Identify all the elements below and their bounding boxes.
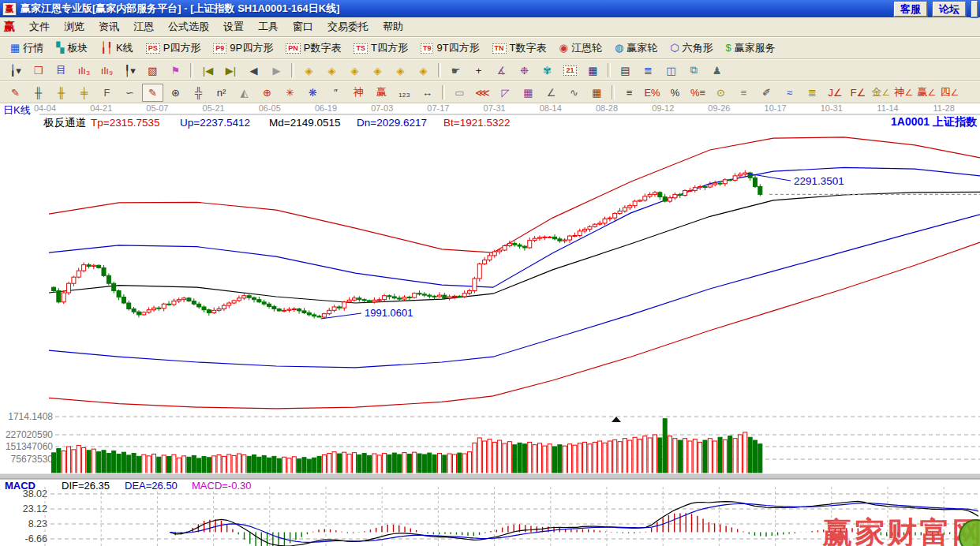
gold-line-tool[interactable]: ≡ [733, 84, 754, 102]
angle-fan-tool[interactable]: ∠ [540, 84, 562, 102]
export-button[interactable]: ⧉ [683, 62, 705, 80]
j-angle-tool[interactable]: J∠ [825, 84, 846, 102]
ruler-tool[interactable]: ₁₂₃ [394, 84, 415, 102]
hexagon-button[interactable]: ⬡六角形 [664, 39, 719, 57]
quotes-button[interactable]: ▦行情 [4, 39, 50, 57]
prev-bar-button[interactable]: ◀ [243, 62, 264, 80]
e-percent-tool[interactable]: E% [641, 84, 663, 102]
menu-item[interactable]: 资讯 [92, 17, 126, 36]
chart-style-dropdown[interactable]: ╽▾ [5, 62, 26, 80]
minutes-3-button[interactable]: ılı₃ [73, 62, 95, 80]
wave-tool[interactable]: ∿ [563, 84, 585, 102]
menu-item[interactable]: 公式选股 [161, 17, 216, 36]
cycle-circle-tool[interactable]: ⊛ [165, 84, 186, 102]
gann-wheel-button[interactable]: ◉江恩轮 [553, 39, 608, 57]
menu-item[interactable]: 江恩 [126, 17, 161, 36]
menu-item[interactable]: 交易委托 [320, 17, 376, 36]
remote-button[interactable]: ♟ [706, 62, 728, 80]
calendar-button[interactable]: 21 [559, 62, 581, 80]
si-angle-tool[interactable]: 四∠ [939, 84, 960, 102]
grid-dense-tool[interactable]: ▦ [586, 84, 608, 102]
p-table-button[interactable]: PNP数字表 [279, 39, 347, 57]
sectors-button[interactable]: ▚板块 [50, 39, 94, 57]
kline-button[interactable]: ╽╿K线 [94, 39, 139, 57]
menu-item[interactable]: 窗口 [286, 17, 320, 36]
forum-button[interactable]: 论坛 [933, 2, 966, 17]
percent3-tool[interactable]: %≡ [687, 84, 709, 102]
save-button[interactable]: ◫ [660, 62, 682, 80]
crosshair-button[interactable]: + [468, 62, 489, 80]
compass-tool[interactable]: ⊕ [256, 84, 278, 102]
winner-wheel-button[interactable]: ◍赢家轮 [608, 39, 664, 57]
gold-angle-tool[interactable]: 金∠ [870, 84, 892, 102]
gann-comb-tool[interactable]: ╫ [28, 84, 49, 102]
f10-info-button[interactable]: 目 [50, 62, 72, 80]
candle-style-dropdown[interactable]: ╿▾ [119, 62, 140, 80]
box-tool[interactable]: ▭ [449, 84, 470, 102]
quotes-button-icon: ▦ [10, 43, 20, 54]
pen-tool[interactable]: ✎ [5, 84, 26, 102]
angle-tool-button[interactable]: ∡ [491, 62, 512, 80]
menu-item[interactable]: 浏览 [57, 17, 92, 36]
menu-item[interactable]: 设置 [216, 17, 251, 36]
t-square-button[interactable]: TST四方形 [347, 39, 413, 57]
expand-h-button[interactable]: ◈ [344, 62, 365, 80]
mirror-tool[interactable]: ◭ [234, 84, 255, 102]
web-tool[interactable]: ✳ [279, 84, 301, 102]
pattern-window-button[interactable]: ❒ [28, 62, 49, 80]
window-edge-button[interactable] [971, 1, 978, 17]
chart-area[interactable]: 04-0404-2105-0705-2106-0506-1907-0307-17… [0, 103, 980, 546]
minutes-9-button[interactable]: ılı₉ [96, 62, 118, 80]
calculator-button[interactable]: ▦ [582, 62, 604, 80]
notes-button[interactable]: ≣ [638, 62, 659, 80]
p-square-button[interactable]: PSP四方形 [140, 39, 208, 57]
shen-grid-tool[interactable]: 神 [348, 84, 369, 102]
color-chart-button[interactable]: ⚑ [165, 62, 186, 80]
9t-square-button[interactable]: T99T四方形 [414, 39, 486, 57]
pattern-tool-button[interactable]: ❉ [514, 62, 535, 80]
cycle-tool-button[interactable]: ✾ [537, 62, 558, 80]
gold-circle-tool[interactable]: ⊙ [710, 84, 731, 102]
ying-grid-tool[interactable]: 赢 [371, 84, 392, 102]
t-table-button[interactable]: TNT数字表 [486, 39, 553, 57]
quote-tool[interactable]: ″ [325, 84, 346, 102]
gold-line2-tool[interactable]: ≣ [802, 84, 823, 102]
last-page-button[interactable]: ▶| [220, 62, 241, 80]
winner-service-button[interactable]: $赢家服务 [720, 39, 782, 57]
gold-grid-tool[interactable]: ╫ [50, 84, 72, 102]
expand-all-button[interactable]: ◈ [390, 62, 411, 80]
customer-service-button[interactable]: 客服 [894, 2, 927, 17]
shen-angle-tool[interactable]: 神∠ [893, 84, 915, 102]
web-grid-tool[interactable]: ❋ [302, 84, 324, 102]
n2-tool[interactable]: n² [211, 84, 232, 102]
compress-all-button[interactable]: ◈ [413, 62, 434, 80]
menu-item[interactable]: 帮助 [376, 17, 410, 36]
first-page-button[interactable]: |◀ [197, 62, 219, 80]
hand-tool-button[interactable]: ☛ [445, 62, 466, 80]
web-box-tool[interactable]: ▦ [518, 84, 539, 102]
width-tool[interactable]: ↔ [417, 84, 438, 102]
fan-tool[interactable]: ⋘ [472, 84, 493, 102]
gold-grid2-tool[interactable]: ╪ [73, 84, 95, 102]
pen2-tool[interactable]: ✎ [142, 84, 163, 102]
fan-box-tool[interactable]: ◸ [495, 84, 516, 102]
9p-square-button[interactable]: P99P四方形 [207, 39, 279, 57]
zoom-right-button[interactable]: ◈ [321, 62, 342, 80]
menu-item[interactable]: 文件 [22, 17, 57, 36]
price-ladder-tool[interactable]: ≡ [619, 84, 640, 102]
percent-tool[interactable]: % [664, 84, 686, 102]
f-grid-tool[interactable]: F [96, 84, 118, 102]
kx-pattern-button[interactable]: ▧ [142, 62, 163, 80]
next-bar-button[interactable]: ▶ [266, 62, 287, 80]
brush-a-tool[interactable]: ✐ [756, 84, 777, 102]
f-angle-tool[interactable]: F∠ [847, 84, 869, 102]
dense-grid-tool[interactable]: ╬ [188, 84, 209, 102]
menu-item[interactable]: 工具 [251, 17, 286, 36]
spiral-tool[interactable]: ∽ [119, 84, 140, 102]
compress-h-button[interactable]: ◈ [367, 62, 388, 80]
ying-angle-tool[interactable]: 赢∠ [916, 84, 937, 102]
volume-axis-label: 75673530 [11, 454, 54, 465]
wave-blue-tool[interactable]: ≈ [779, 84, 800, 102]
grid-calc-button[interactable]: ▤ [615, 62, 636, 80]
zoom-left-button[interactable]: ◈ [298, 62, 320, 80]
